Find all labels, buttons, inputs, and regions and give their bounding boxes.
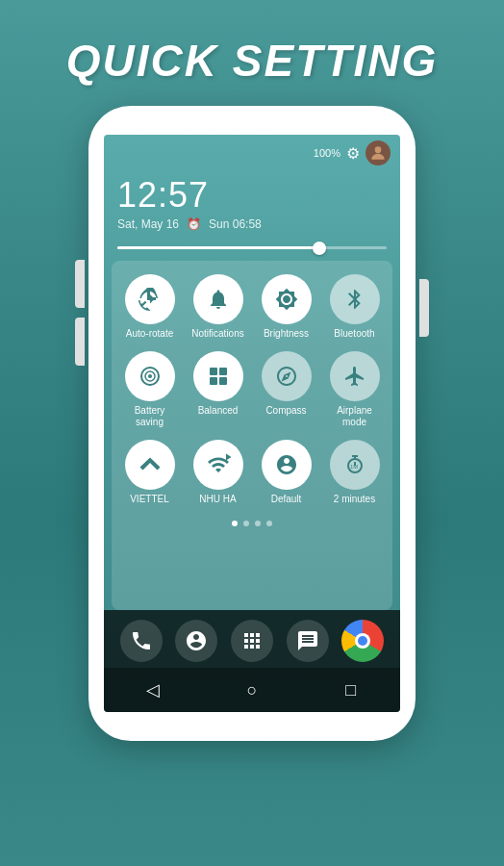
bottom-dock — [104, 610, 400, 668]
quick-row-1: Auto-rotate Notifications — [117, 270, 387, 344]
battery-saving-icon — [139, 365, 162, 388]
compass-label: Compass — [265, 405, 306, 417]
quick-item-brightness[interactable]: Brightness — [254, 270, 318, 344]
notifications-label: Notifications — [191, 328, 243, 340]
dot-1[interactable] — [232, 521, 238, 526]
quick-row-3: VIETTEL NHU HA — [117, 436, 387, 509]
2-minutes-circle: 1M — [330, 440, 380, 490]
quick-item-battery-saving[interactable]: Battery saving — [117, 347, 182, 432]
nhu-ha-arrow-icon — [222, 451, 234, 463]
bluetooth-circle — [330, 274, 380, 324]
viettel-icon — [139, 453, 162, 476]
message-icon — [296, 629, 319, 652]
quick-row-2: Battery saving Balanced — [117, 347, 387, 432]
2-minutes-label: 2 minutes — [334, 494, 375, 505]
balanced-icon — [207, 365, 230, 388]
date-text: Sat, May 16 — [117, 217, 179, 231]
quick-item-default[interactable]: Default — [254, 436, 318, 509]
airplane-mode-circle — [330, 351, 380, 401]
contacts-app-icon[interactable] — [175, 620, 217, 662]
recent-apps-button[interactable]: □ — [337, 675, 365, 704]
svg-point-0 — [375, 146, 382, 153]
clock-time: 12:57 — [117, 175, 387, 216]
dot-2[interactable] — [243, 521, 249, 526]
nhu-ha-label: NHU HA — [199, 494, 236, 505]
settings-icon[interactable]: ⚙ — [346, 144, 360, 163]
default-circle — [262, 440, 312, 490]
default-label: Default — [271, 494, 302, 505]
dot-3[interactable] — [255, 521, 261, 526]
alarm-time: Sun 06:58 — [209, 217, 262, 231]
quick-item-notifications[interactable]: Notifications — [186, 270, 250, 344]
quick-item-viettel[interactable]: VIETTEL — [117, 436, 182, 509]
power-button[interactable] — [419, 279, 429, 337]
svg-rect-4 — [210, 368, 217, 375]
home-button[interactable]: ○ — [238, 675, 266, 704]
compass-icon — [275, 365, 298, 388]
chrome-app-icon[interactable] — [341, 620, 384, 662]
battery-text: 100% — [314, 147, 340, 159]
slider-track[interactable] — [117, 246, 387, 249]
nhu-ha-circle — [193, 440, 243, 490]
phone-screen: 100% ⚙ 12:57 Sat, May 16 ⏰ Sun 06:58 — [104, 135, 400, 712]
notifications-circle — [193, 274, 243, 324]
brightness-icon — [275, 288, 298, 311]
airplane-mode-icon — [343, 365, 366, 388]
dot-4[interactable] — [266, 521, 272, 526]
page-title: QUICK SETTING — [66, 35, 438, 87]
quick-item-auto-rotate[interactable]: Auto-rotate — [117, 270, 182, 344]
viettel-label: VIETTEL — [130, 494, 169, 505]
svg-point-3 — [148, 374, 152, 378]
bluetooth-label: Bluetooth — [334, 328, 374, 340]
slider-thumb[interactable] — [313, 242, 326, 255]
avatar[interactable] — [365, 140, 391, 166]
brightness-circle — [262, 274, 312, 324]
airplane-mode-label: Airplane mode — [324, 405, 385, 428]
battery-saving-circle — [125, 351, 175, 401]
message-app-icon[interactable] — [287, 620, 329, 662]
apps-grid-icon — [240, 629, 264, 652]
brightness-slider-area — [104, 239, 400, 261]
back-button[interactable]: ◁ — [139, 675, 167, 704]
quick-item-2-minutes[interactable]: 1M 2 minutes — [322, 436, 387, 509]
svg-text:1M: 1M — [350, 464, 358, 470]
svg-rect-7 — [219, 377, 227, 385]
nav-bar: ◁ ○ □ — [104, 668, 400, 712]
compass-circle — [262, 351, 312, 401]
pagination-dots — [117, 513, 387, 530]
quick-item-compass[interactable]: Compass — [254, 347, 318, 432]
dock-icons-row — [104, 620, 400, 662]
svg-rect-5 — [219, 368, 227, 375]
date-row: Sat, May 16 ⏰ Sun 06:58 — [117, 217, 387, 231]
notifications-icon — [207, 288, 230, 311]
svg-rect-6 — [210, 377, 217, 385]
auto-rotate-circle — [125, 274, 175, 324]
quick-item-nhu-ha[interactable]: NHU HA — [186, 436, 250, 509]
auto-rotate-label: Auto-rotate — [126, 328, 173, 340]
avatar-icon — [368, 143, 388, 163]
bluetooth-icon — [343, 288, 366, 311]
apps-icon[interactable] — [231, 620, 273, 662]
battery-saving-label: Battery saving — [119, 405, 180, 428]
contacts-icon — [185, 629, 208, 652]
status-bar: 100% ⚙ — [104, 135, 400, 171]
quick-item-airplane-mode[interactable]: Airplane mode — [322, 347, 387, 432]
default-icon — [275, 453, 298, 476]
balanced-label: Balanced — [198, 405, 239, 417]
quick-settings-panel: Auto-rotate Notifications — [112, 261, 392, 610]
viettel-circle — [125, 440, 175, 490]
phone-icon — [130, 629, 153, 652]
phone-outer: 100% ⚙ 12:57 Sat, May 16 ⏰ Sun 06:58 — [88, 106, 416, 741]
quick-item-balanced[interactable]: Balanced — [186, 347, 250, 432]
quick-item-bluetooth[interactable]: Bluetooth — [322, 270, 387, 344]
slider-fill — [117, 246, 319, 249]
alarm-icon: ⏰ — [187, 217, 201, 231]
timer-icon: 1M — [343, 453, 366, 476]
phone-app-icon[interactable] — [120, 620, 163, 662]
brightness-label: Brightness — [264, 328, 309, 340]
time-area: 12:57 Sat, May 16 ⏰ Sun 06:58 — [104, 171, 400, 239]
auto-rotate-icon — [139, 288, 162, 311]
balanced-circle — [193, 351, 243, 401]
chrome-inner-circle — [355, 633, 370, 649]
chrome-center-dot — [358, 636, 367, 646]
